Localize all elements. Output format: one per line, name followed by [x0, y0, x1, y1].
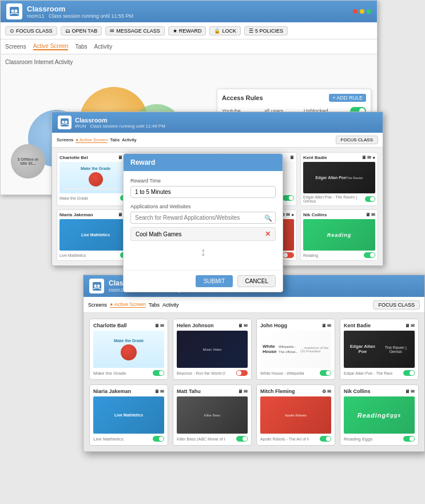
nav-tabs[interactable]: Tabs	[75, 43, 87, 50]
back-header: Classroom room11 Class session running u…	[1, 1, 377, 22]
window-controls	[353, 9, 371, 14]
toggle-niaria-front[interactable]	[153, 436, 164, 442]
student-name-nik-front: Nik Collins 🖥 ✉	[344, 388, 415, 394]
toggle-john-front[interactable]	[320, 370, 331, 376]
student-footer-niaria-front: Live Mathletics	[93, 436, 164, 442]
toggle-kent-front[interactable]	[403, 370, 415, 376]
expand-dot	[367, 9, 371, 14]
screenshot-kent-front[interactable]: Edgar Allan Poe The Raven | Genius	[344, 331, 415, 368]
nav-active-screen[interactable]: Active Screen	[33, 43, 69, 50]
reward-app-remove-button[interactable]: ✕	[265, 230, 271, 238]
mid-screens-link[interactable]: Screens	[57, 137, 73, 142]
student-card-niaria-front: Niaria Jakeman 🖥 ✉ Live Mathletics Live …	[89, 384, 168, 446]
screenshot-kent-mid[interactable]: Edgar Allan Poe The Raven	[303, 162, 375, 193]
front-screens-link[interactable]: Screens	[88, 302, 107, 308]
lock-button[interactable]: 🔒 LOCK	[209, 26, 241, 35]
student-card-nik-front: Nik Collins 🖥 ✉ ReadingEggs Reading Eggs	[340, 384, 419, 446]
mid-active-screen-link[interactable]: ● Active Screen	[76, 137, 108, 143]
back-title-group: Classroom room11 Class session running u…	[27, 5, 353, 19]
mid-title-group: Classroom IRUN Class session running unt…	[75, 117, 377, 129]
focus-class-button[interactable]: ⊙ FOCUS CLASS	[5, 26, 57, 35]
front-student-grid: Charlotte Ball 🖥 ✉ Make the Grade Make t…	[84, 313, 424, 451]
reward-search-input[interactable]	[130, 212, 276, 224]
student-card-nik-mid: Nik Collins 🖥 ✉ Reading Reading	[300, 209, 378, 261]
svg-point-5	[65, 121, 67, 123]
toggle-helen-front[interactable]	[236, 370, 248, 376]
svg-point-7	[94, 284, 97, 287]
screenshot-john-front[interactable]: White House Wikipedia - The official... …	[260, 331, 331, 368]
svg-point-8	[97, 284, 100, 287]
screenshot-helen-front[interactable]: Music Video	[177, 331, 248, 368]
screenshot-nik-mid[interactable]: Reading	[303, 219, 375, 251]
mid-activity-link[interactable]: Activity	[122, 137, 136, 142]
reward-submit-button[interactable]: SUBMIT	[196, 275, 233, 287]
toggle-nik-front[interactable]	[403, 436, 415, 442]
toggle-mitch-front[interactable]	[320, 436, 331, 442]
toggle-kent-mid[interactable]	[365, 196, 375, 202]
reward-button[interactable]: ★ REWARD	[168, 26, 206, 35]
student-footer-mitch-front: Apollo Robots - The Art of Misdirection	[260, 436, 331, 442]
reward-modal-header: Reward	[124, 154, 283, 171]
toggle-nik-mid[interactable]	[364, 252, 375, 258]
screenshot-nik-front[interactable]: ReadingEggs	[344, 396, 415, 434]
student-card-matt-front: Matt Tahu 🖥 ✉ Killer Bees Killer Bees (A…	[173, 384, 252, 446]
screenshot-niaria-front[interactable]: Live Mathletics	[93, 396, 164, 434]
student-footer-charlotte-mid: Make the Grade	[59, 195, 132, 201]
classroom-icon-mid	[58, 116, 72, 129]
front-activity-link[interactable]: Activity	[162, 302, 179, 308]
search-icon: 🔍	[264, 214, 272, 221]
student-footer-john-front: White House - Wikipedia	[260, 370, 331, 376]
student-footer-kent-front: Edgar Allan Poe - The Raven | Genius	[344, 370, 415, 376]
toggle-matt-front[interactable]	[236, 436, 248, 442]
student-footer-nik-mid: Reading	[303, 252, 375, 258]
student-card-helen-front: Helen Johnson 🖥 ✉ Music Video Beyonce - …	[173, 319, 252, 380]
screenshot-mitch-front[interactable]: Apollo Robots	[260, 396, 331, 434]
front-active-screen-link[interactable]: ● Active Screen	[110, 301, 146, 308]
minimize-dot	[360, 9, 364, 14]
front-window: Classroom room11 Class session running u…	[83, 275, 425, 452]
student-name-matt-front: Matt Tahu 🖥 ✉	[177, 388, 248, 394]
reward-time-input[interactable]	[130, 186, 276, 198]
toggle-john-mid[interactable]	[283, 195, 294, 201]
svg-rect-0	[10, 7, 19, 16]
reward-cancel-button[interactable]: CANCEL	[237, 275, 276, 287]
student-name-charlotte-mid: Charlotte Bel 🖥 ✉ ●	[59, 155, 132, 160]
toggle-mitch-mid[interactable]	[283, 252, 294, 258]
mid-header: Classroom IRUN Class session running unt…	[52, 112, 383, 133]
svg-point-4	[62, 121, 64, 123]
svg-point-2	[15, 10, 18, 13]
access-rules-title: Access Rules	[222, 94, 263, 101]
screenshot-matt-front[interactable]: Killer Bees	[177, 396, 248, 434]
nav-activity[interactable]: Activity	[94, 43, 113, 50]
student-footer-charlotte-front: Make the Grade	[93, 370, 164, 376]
student-name-john-front: John Hogg 🖥 ✉	[260, 323, 331, 328]
svg-rect-3	[61, 118, 69, 126]
mid-focus-class-button[interactable]: FOCUS CLASS	[336, 136, 378, 144]
mid-toolbar: Screens ● Active Screen Tabs Activity FO…	[52, 133, 383, 148]
front-tabs-link[interactable]: Tabs	[149, 302, 160, 308]
student-name-kent-front: Kent Badie 🖥 ✉	[344, 323, 415, 328]
reward-search-wrap: 🔍	[130, 212, 276, 224]
student-name-charlotte-front: Charlotte Ball 🖥 ✉	[93, 323, 164, 328]
message-class-button[interactable]: ✉ MESSAGE CLASS	[105, 26, 165, 35]
toggle-charlotte-front[interactable]	[153, 370, 164, 376]
open-tab-button[interactable]: 🗂 OPEN TAB	[61, 26, 102, 35]
student-footer-matt-front: Killer Bees (ABC Movie of the Week, 1974	[177, 436, 248, 442]
nav-screens[interactable]: Screens	[5, 43, 26, 50]
policies-button[interactable]: ☰ 5 POLICIES	[244, 26, 288, 35]
front-focus-class-button[interactable]: FOCUS CLASS	[373, 300, 420, 309]
access-rules-header: Access Rules + ADD RULE	[222, 94, 366, 102]
bubble-gray: 3 Offline or Idle St...	[11, 144, 45, 178]
student-card-charlotte-front: Charlotte Ball 🖥 ✉ Make the Grade Make t…	[89, 319, 168, 380]
student-name-helen-front: Helen Johnson 🖥 ✉	[177, 323, 248, 328]
mid-tabs-link[interactable]: Tabs	[110, 137, 120, 142]
screenshot-charlotte-front[interactable]: Make the Grade	[93, 331, 164, 368]
student-name-niaria-mid: Niaria Jakeman 🖥 ✉ ●	[59, 212, 132, 217]
student-footer-kent-mid: Edgar Allen Poe - The Raven | Genius	[303, 195, 375, 203]
add-rule-button[interactable]: + ADD RULE	[329, 94, 366, 102]
screenshot-niaria-mid[interactable]: Live Mathletics	[59, 219, 132, 251]
reward-modal-footer: SUBMIT CANCEL	[124, 270, 283, 292]
screenshot-charlotte-mid[interactable]: Make the Grade	[59, 162, 132, 193]
content-label: Classroom Internet Activity	[5, 59, 372, 65]
back-window-title: Classroom	[27, 5, 353, 13]
